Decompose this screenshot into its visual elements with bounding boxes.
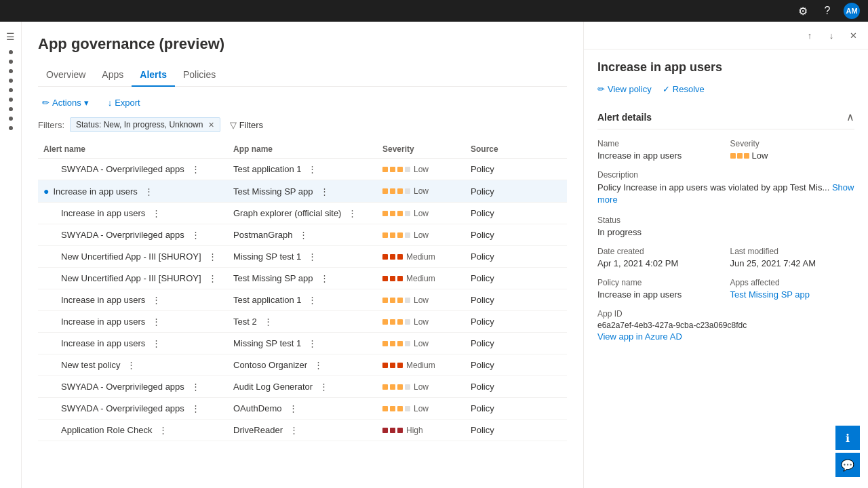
row-menu-icon[interactable]: ⋮ <box>189 403 203 413</box>
table-row[interactable]: Increase in app users ⋮ Test application… <box>38 289 567 311</box>
check-icon: ✓ <box>663 84 670 94</box>
row-menu-icon[interactable]: ⋮ <box>205 251 220 262</box>
cell-severity: Low <box>377 159 465 180</box>
row-menu-icon[interactable]: ⋮ <box>317 273 332 283</box>
cell-alert-name: Increase in app users ⋮ <box>38 203 228 224</box>
table-row[interactable]: Increase in app users ⋮ Graph explorer (… <box>38 203 567 224</box>
alerts-table-container: Alert name App name Severity Source SWYA… <box>38 140 567 488</box>
export-button[interactable]: ↓ Export <box>104 95 144 110</box>
alert-details-section-header: Alert details ∧ <box>597 105 854 129</box>
table-row[interactable]: Increase in app users ⋮ Test 2 ⋮ Low Pol… <box>38 311 567 333</box>
table-row[interactable]: SWYADA - Overprivileged apps ⋮ PostmanGr… <box>38 224 567 246</box>
table-row[interactable]: New Uncertified App - III [SHUROY] ⋮ Mis… <box>38 246 567 268</box>
bottom-icons: ℹ 💬 <box>835 426 860 477</box>
user-avatar[interactable]: AM <box>844 3 860 19</box>
row-menu-icon[interactable]: ⋮ <box>286 403 300 413</box>
row-menu-icon[interactable]: ⋮ <box>345 208 359 218</box>
tab-policies[interactable]: Policies <box>175 64 224 87</box>
cell-source: Policy <box>465 398 567 420</box>
view-azure-ad-link[interactable]: View app in Azure AD <box>597 331 854 342</box>
cell-app-name: Graph explorer (official site) ⋮ <box>228 203 377 224</box>
cell-severity: Medium <box>377 246 465 268</box>
row-menu-icon[interactable]: ⋮ <box>261 317 275 327</box>
last-modified-value: Jun 25, 2021 7:42 AM <box>730 258 855 268</box>
col-source: Source <box>465 140 567 159</box>
settings-icon[interactable]: ⚙ <box>795 3 811 19</box>
row-menu-icon[interactable]: ⋮ <box>317 186 332 197</box>
cell-alert-name: SWYADA - Overprivileged apps ⋮ <box>38 159 228 180</box>
date-created-field: Date created Apr 1, 2021 4:02 PM <box>597 247 722 268</box>
tab-overview[interactable]: Overview <box>38 64 94 87</box>
row-menu-icon[interactable]: ⋮ <box>305 295 319 305</box>
right-panel-header: ↑ ↓ ✕ <box>584 22 868 49</box>
table-row[interactable]: SWYADA - Overprivileged apps ⋮ Test appl… <box>38 159 567 180</box>
collapse-icon[interactable]: ∧ <box>846 110 854 123</box>
cell-alert-name: Increase in app users ⋮ <box>38 289 228 311</box>
row-menu-icon[interactable]: ⋮ <box>305 251 319 262</box>
row-menu-icon[interactable]: ⋮ <box>124 360 138 370</box>
nav-dot-7 <box>9 107 13 111</box>
cell-alert-name: SWYADA - Overprivileged apps ⋮ <box>38 224 228 246</box>
table-row[interactable]: ● Increase in app users ⋮ Test Missing S… <box>38 180 567 203</box>
section-title: Alert details <box>597 112 652 123</box>
app-id-field: App ID e6a2a7ef-4eb3-427a-9cba-c23a069c8… <box>597 309 854 342</box>
table-row[interactable]: Increase in app users ⋮ Missing SP test … <box>38 333 567 354</box>
filter-remove-icon[interactable]: × <box>208 119 214 130</box>
help-icon[interactable]: ? <box>819 3 835 19</box>
row-menu-icon[interactable]: ⋮ <box>311 360 326 370</box>
nav-dot-8 <box>9 117 13 121</box>
row-menu-icon[interactable]: ⋮ <box>156 425 170 435</box>
hamburger-icon[interactable]: ☰ <box>1 27 20 46</box>
chat-icon-button[interactable]: 💬 <box>835 453 860 477</box>
table-row[interactable]: New Uncertified App - III [SHUROY] ⋮ Tes… <box>38 268 567 289</box>
row-menu-icon[interactable]: ⋮ <box>189 382 203 392</box>
tab-apps[interactable]: Apps <box>94 64 132 87</box>
status-field: Status In progress <box>597 216 722 237</box>
row-menu-icon[interactable]: ⋮ <box>287 425 301 435</box>
row-menu-icon[interactable]: ⋮ <box>149 208 163 218</box>
col-severity: Severity <box>377 140 465 159</box>
panel-down-button[interactable]: ↓ <box>822 26 841 45</box>
cell-app-name: OAuthDemo ⋮ <box>228 398 377 420</box>
actions-button[interactable]: ✏ Actions ▾ <box>38 95 93 110</box>
row-menu-icon[interactable]: ⋮ <box>189 164 203 174</box>
table-row[interactable]: Application Role Check ⋮ DriveReader ⋮ H… <box>38 420 567 441</box>
panel-close-button[interactable]: ✕ <box>844 26 863 45</box>
view-policy-button[interactable]: ✏ View policy <box>597 84 652 94</box>
info-icon-button[interactable]: ℹ <box>835 426 860 450</box>
table-row[interactable]: New test policy ⋮ Contoso Organizer ⋮ Me… <box>38 354 567 376</box>
resolve-button[interactable]: ✓ Resolve <box>663 84 705 94</box>
cell-app-name: DriveReader ⋮ <box>228 420 377 441</box>
name-field: Name Increase in app users <box>597 139 722 161</box>
row-menu-icon[interactable]: ⋮ <box>205 273 220 283</box>
table-row[interactable]: SWYADA - Overprivileged apps ⋮ Audit Log… <box>38 376 567 398</box>
nav-dot-3 <box>9 69 13 73</box>
row-menu-icon[interactable]: ⋮ <box>189 230 203 240</box>
cell-severity: High <box>377 420 465 441</box>
description-field: Description Policy Increase in app users… <box>597 170 854 206</box>
cell-severity: Low <box>377 376 465 398</box>
cell-severity: Medium <box>377 268 465 289</box>
filters-button[interactable]: ▽ Filters <box>226 119 267 131</box>
row-menu-icon[interactable]: ⋮ <box>317 382 331 392</box>
table-row[interactable]: SWYADA - Overprivileged apps ⋮ OAuthDemo… <box>38 398 567 420</box>
row-menu-icon[interactable]: ⋮ <box>305 338 319 348</box>
cell-app-name: Test Missing SP app ⋮ <box>228 268 377 289</box>
row-menu-icon[interactable]: ⋮ <box>149 295 163 305</box>
row-menu-icon[interactable]: ⋮ <box>149 317 163 327</box>
row-menu-icon[interactable]: ⋮ <box>149 338 163 348</box>
last-modified-field: Last modified Jun 25, 2021 7:42 AM <box>730 247 855 268</box>
row-menu-icon[interactable]: ⋮ <box>305 164 319 174</box>
cell-alert-name: SWYADA - Overprivileged apps ⋮ <box>38 376 228 398</box>
description-text: Policy Increase in app users was violate… <box>597 182 854 206</box>
tab-alerts[interactable]: Alerts <box>132 64 175 87</box>
selected-icon: ● <box>43 186 49 197</box>
cell-app-name: Test application 1 ⋮ <box>228 159 377 180</box>
apps-affected-value[interactable]: Test Missing SP app <box>730 289 855 300</box>
active-filter-tag[interactable]: Status: New, In progress, Unknown × <box>70 117 220 132</box>
cell-app-name: Test Missing SP app ⋮ <box>228 180 377 203</box>
row-menu-icon[interactable]: ⋮ <box>296 230 311 240</box>
main-panel: App governance (preview) Overview Apps A… <box>22 22 583 488</box>
panel-up-button[interactable]: ↑ <box>800 26 819 45</box>
row-menu-icon[interactable]: ⋮ <box>142 186 156 197</box>
